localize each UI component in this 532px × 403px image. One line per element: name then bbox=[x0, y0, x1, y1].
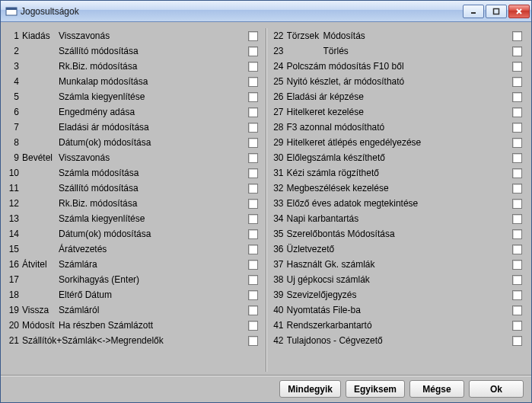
client-area: 1KiadásVisszavonás2Szállító módosítása3R… bbox=[1, 22, 531, 375]
row-number: 37 bbox=[272, 259, 287, 270]
row-label: Törlés bbox=[323, 46, 513, 56]
permission-row: 25Nyitó készlet, ár módosítható bbox=[272, 74, 526, 89]
row-label: Eladási ár módosítása bbox=[59, 122, 248, 133]
row-label: Polcszám módosítás F10 ből bbox=[287, 61, 513, 72]
row-label: F3 azonnal módosítható bbox=[287, 122, 513, 133]
permission-row: 8Dátum(ok) módosítása bbox=[7, 135, 261, 150]
permission-checkbox[interactable] bbox=[512, 199, 522, 209]
permission-checkbox[interactable] bbox=[512, 229, 522, 239]
row-number: 41 bbox=[272, 320, 287, 331]
permission-checkbox[interactable] bbox=[512, 123, 522, 133]
permission-row: 30Előlegszámla készíthető bbox=[272, 150, 526, 165]
row-label: Rk.Biz. módosítása bbox=[59, 61, 248, 72]
permission-checkbox[interactable] bbox=[248, 153, 258, 163]
permission-row: 17Sorkihagyás (Enter) bbox=[7, 272, 261, 287]
row-label: Szevizelőjegyzés bbox=[287, 289, 513, 300]
select-none-button[interactable]: Egyiksem bbox=[346, 380, 405, 398]
permission-checkbox[interactable] bbox=[248, 290, 258, 300]
permission-checkbox[interactable] bbox=[512, 336, 522, 346]
permission-row: 13Számla kiegyenlítése bbox=[7, 211, 261, 226]
permission-checkbox[interactable] bbox=[512, 321, 522, 331]
row-category: Törzsek bbox=[287, 30, 323, 41]
row-number: 42 bbox=[272, 335, 287, 346]
permission-checkbox[interactable] bbox=[512, 62, 522, 72]
row-number: 34 bbox=[272, 213, 287, 224]
row-category: Kiadás bbox=[22, 30, 59, 41]
svg-rect-3 bbox=[494, 8, 499, 14]
permission-checkbox[interactable] bbox=[248, 77, 258, 87]
permission-checkbox[interactable] bbox=[512, 31, 522, 41]
row-number: 24 bbox=[272, 61, 287, 72]
select-all-button[interactable]: Mindegyik bbox=[279, 380, 341, 398]
permission-row: 24Polcszám módosítás F10 ből bbox=[272, 59, 526, 74]
permission-checkbox[interactable] bbox=[248, 199, 258, 209]
row-category: Átvitel bbox=[22, 259, 59, 270]
row-number: 38 bbox=[272, 274, 287, 285]
row-number: 20 bbox=[7, 320, 22, 331]
permission-checkbox[interactable] bbox=[248, 92, 258, 102]
permission-checkbox[interactable] bbox=[512, 92, 522, 102]
row-number: 17 bbox=[7, 274, 22, 285]
permission-row: 18Eltérő Dátum bbox=[7, 287, 261, 302]
row-label: Rk.Biz. módosítása bbox=[59, 198, 248, 209]
row-number: 16 bbox=[7, 259, 22, 270]
row-number: 33 bbox=[272, 198, 287, 209]
titlebar[interactable]: Jogosultságok bbox=[1, 1, 531, 22]
row-number: 4 bbox=[7, 76, 22, 87]
permission-checkbox[interactable] bbox=[512, 77, 522, 87]
row-label: Szerelőbontás Módosítása bbox=[287, 229, 513, 239]
permission-checkbox[interactable] bbox=[248, 138, 258, 148]
permission-checkbox[interactable] bbox=[248, 168, 258, 178]
permission-checkbox[interactable] bbox=[248, 31, 258, 41]
ok-button[interactable]: Ok bbox=[469, 380, 524, 398]
permission-checkbox[interactable] bbox=[512, 153, 522, 163]
close-button[interactable] bbox=[508, 5, 530, 18]
row-number: 31 bbox=[272, 168, 287, 178]
maximize-button[interactable] bbox=[486, 5, 507, 18]
permission-checkbox[interactable] bbox=[248, 275, 258, 285]
row-number: 18 bbox=[7, 289, 22, 300]
permission-checkbox[interactable] bbox=[248, 260, 258, 270]
permission-checkbox[interactable] bbox=[248, 107, 258, 117]
permission-checkbox[interactable] bbox=[248, 305, 258, 315]
window-buttons bbox=[463, 5, 530, 18]
permission-checkbox[interactable] bbox=[248, 214, 258, 224]
row-number: 23 bbox=[272, 46, 287, 56]
permission-row: 36Üzletvezető bbox=[272, 241, 526, 257]
permission-checkbox[interactable] bbox=[512, 305, 522, 315]
row-label: Szállító módosítása bbox=[59, 183, 248, 194]
permission-checkbox[interactable] bbox=[248, 184, 258, 194]
permission-checkbox[interactable] bbox=[248, 229, 258, 239]
permission-checkbox[interactable] bbox=[512, 168, 522, 178]
permission-checkbox[interactable] bbox=[248, 62, 258, 72]
permission-checkbox[interactable] bbox=[248, 245, 258, 254]
row-number: 27 bbox=[272, 107, 287, 117]
minimize-button[interactable] bbox=[463, 5, 484, 18]
permission-row: 7Eladási ár módosítása bbox=[7, 120, 261, 135]
permission-checkbox[interactable] bbox=[512, 290, 522, 300]
permission-row: 1KiadásVisszavonás bbox=[7, 28, 261, 43]
row-label: Számla módosítása bbox=[59, 168, 248, 178]
permission-checkbox[interactable] bbox=[512, 245, 522, 254]
permission-row: 22TörzsekMódosítás bbox=[272, 28, 526, 43]
permission-checkbox[interactable] bbox=[512, 275, 522, 285]
permission-checkbox[interactable] bbox=[248, 336, 258, 346]
permission-checkbox[interactable] bbox=[512, 214, 522, 224]
permission-row: 16ÁtvitelSzámlára bbox=[7, 257, 261, 272]
row-label: Napi karbantartás bbox=[287, 213, 513, 224]
permission-checkbox[interactable] bbox=[512, 184, 522, 194]
permission-checkbox[interactable] bbox=[512, 138, 522, 148]
permission-checkbox[interactable] bbox=[248, 321, 258, 331]
permission-checkbox[interactable] bbox=[512, 107, 522, 117]
row-number: 11 bbox=[7, 183, 22, 194]
row-label: Ha részben Számlázott bbox=[59, 320, 248, 331]
permission-checkbox[interactable] bbox=[512, 46, 522, 56]
row-number: 40 bbox=[272, 305, 287, 315]
permission-row: 33Előző éves adatok megtekintése bbox=[272, 196, 526, 211]
row-number: 9 bbox=[7, 152, 22, 163]
permission-checkbox[interactable] bbox=[248, 46, 258, 56]
cancel-button[interactable]: Mégse bbox=[409, 380, 464, 398]
permission-checkbox[interactable] bbox=[512, 260, 522, 270]
permission-checkbox[interactable] bbox=[248, 123, 258, 133]
row-number: 14 bbox=[7, 229, 22, 239]
